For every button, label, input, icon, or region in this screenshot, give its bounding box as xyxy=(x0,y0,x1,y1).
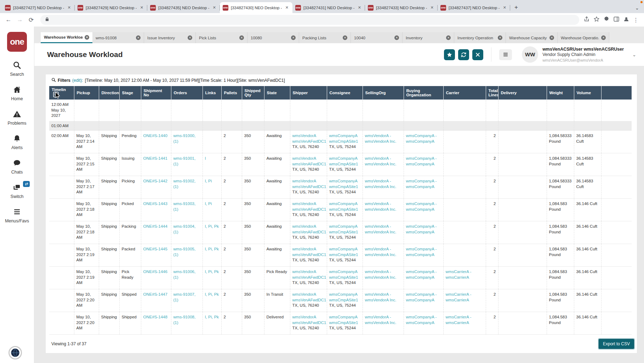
app-tab-close-icon[interactable]: ✕ xyxy=(343,35,347,40)
cell-link[interactable]: wmsCompanyA xyxy=(329,133,360,139)
sidebar-item-problems[interactable]: Problems xyxy=(8,110,27,126)
calendar-icon[interactable] xyxy=(53,92,59,98)
sidebar-item-alerts[interactable]: Alerts xyxy=(11,134,23,150)
cell-link[interactable]: wmsCompanyA - wmsCompanyA xyxy=(406,224,437,234)
cell-link[interactable]: wmsCompanyA - wmsCompanyA xyxy=(406,179,437,189)
cell-link[interactable]: I, Pi, Pk xyxy=(205,270,219,274)
refresh-button[interactable]: ⟳ xyxy=(26,15,36,25)
user-menu[interactable]: WW wmsVenACSRUser wmsVenACSRUser Vendor … xyxy=(522,46,624,63)
cell-link[interactable]: ONE#S-1448 xyxy=(143,315,167,319)
cell-link[interactable]: wmsCarrierA - wmsCarrierA xyxy=(446,292,472,302)
cell-link[interactable]: wmsCompanyA - wmsCompanyA xyxy=(406,156,437,166)
column-header-carrier[interactable]: Carrier xyxy=(443,86,486,100)
column-header-weight[interactable]: Weight xyxy=(547,86,574,100)
cell-link[interactable]: wmsCmpASite1 xyxy=(329,275,360,280)
cell-link[interactable]: wmsVenAFwdDC1 xyxy=(292,139,325,144)
cell-link[interactable]: wmsCompanyA xyxy=(329,269,360,275)
cell-link[interactable]: wmsVendorA - wmsVendorA Inc. xyxy=(365,202,397,211)
cell-link[interactable]: I xyxy=(205,156,206,160)
header-menu-button[interactable] xyxy=(499,49,512,60)
sidebar-item-home[interactable]: Home xyxy=(11,85,23,101)
cell-link[interactable]: wmsVenAFwdDC1 xyxy=(292,161,325,167)
tab-close-icon[interactable]: ✕ xyxy=(357,5,362,10)
app-tab[interactable]: Warehouse Capacity ...✕ xyxy=(506,32,558,43)
cell-link[interactable]: wmsVendorA xyxy=(292,292,325,297)
new-tab-button[interactable]: + xyxy=(512,3,521,12)
cell-link[interactable]: wmsCompanyA xyxy=(329,314,360,320)
extensions-icon[interactable] xyxy=(603,16,610,24)
app-tab-close-icon[interactable]: ✕ xyxy=(85,35,89,40)
cell-link[interactable]: wmsVendorA - wmsVendorA Inc. xyxy=(365,292,397,302)
column-header-stage[interactable]: Stage xyxy=(119,86,141,100)
sidebar-item-search[interactable]: Search xyxy=(10,61,24,77)
forward-button[interactable]: → xyxy=(15,15,25,25)
cell-link[interactable]: wmsCompanyA - wmsCompanyA xyxy=(406,270,437,279)
bookmark-star-icon[interactable] xyxy=(593,16,600,24)
column-header-total_lines[interactable]: Total Lines xyxy=(486,86,498,100)
column-header-time[interactable]: Timelin xyxy=(49,86,74,100)
profile-icon[interactable] xyxy=(623,16,629,24)
app-tab-close-icon[interactable]: ✕ xyxy=(188,35,192,40)
browser-tab[interactable]: one[334827435] NEO Desktop - C✕ xyxy=(147,2,220,13)
cell-link[interactable]: wmsVendorA xyxy=(292,156,325,161)
column-header-volume[interactable]: Volume xyxy=(574,86,601,100)
column-header-pallets[interactable]: Pallets xyxy=(221,86,242,100)
tab-close-icon[interactable]: ✕ xyxy=(67,5,72,10)
cell-link[interactable]: wms-91003, (1) xyxy=(173,202,196,211)
cell-link[interactable]: I, Pi, Pk xyxy=(205,224,219,228)
cell-link[interactable]: ONE#S-1442 xyxy=(143,179,167,183)
column-header-shipment_no[interactable]: Shipment No xyxy=(141,86,171,100)
browser-tab[interactable]: one[334827437] NEO Desktop - V✕ xyxy=(438,2,510,13)
cell-link[interactable]: wms-91000, (1) xyxy=(173,134,196,143)
app-tab[interactable]: Inventory✕ xyxy=(403,32,454,43)
app-tab-close-icon[interactable]: ✕ xyxy=(136,35,141,40)
app-tab[interactable]: Packing Lists✕ xyxy=(299,32,351,43)
cell-link[interactable]: wmsVendorA xyxy=(292,224,325,229)
column-header-pickup[interactable]: Pickup xyxy=(74,86,99,100)
cell-link[interactable]: wmsCmpASite1 xyxy=(329,184,360,190)
cell-link[interactable]: wmsCompanyA - wmsCompanyA xyxy=(406,292,437,302)
cell-link[interactable]: wmsVenAFwdDC1 xyxy=(292,207,325,212)
column-header-shipped_qty[interactable]: Shipped Qty xyxy=(242,86,264,100)
app-tab[interactable]: Inventory Operation✕ xyxy=(454,32,506,43)
cell-link[interactable]: I, Pi, Pk xyxy=(205,247,219,251)
cell-link[interactable]: ONE#S-1447 xyxy=(143,292,167,296)
browser-menu-icon[interactable]: ⋮ xyxy=(633,17,639,23)
cell-link[interactable]: wmsVenAFwdDC1 xyxy=(292,275,325,280)
column-header-links[interactable]: Links xyxy=(203,86,221,100)
sidebar-item-switch[interactable]: Switch⇄ xyxy=(11,183,24,199)
browser-tab[interactable]: one[334827427] NEO Desktop - W✕ xyxy=(2,2,75,13)
assistant-globe-button[interactable] xyxy=(8,346,22,359)
close-screen-button[interactable] xyxy=(472,49,483,60)
share-icon[interactable] xyxy=(583,16,590,24)
cell-link[interactable]: wmsCmpASite1 xyxy=(329,252,360,258)
cell-link[interactable]: I, Pi, Pk xyxy=(205,315,219,319)
cell-link[interactable]: wms-91005, (1) xyxy=(173,247,196,257)
cell-link[interactable]: wmsCompanyA xyxy=(329,224,360,229)
cell-link[interactable]: wmsCompanyA - wmsCompanyA xyxy=(406,315,437,325)
browser-tab[interactable]: one[334827430] NEO Desktop - V✕ xyxy=(220,2,292,13)
cell-link[interactable]: wmsVenAFwdDC1 xyxy=(292,252,325,258)
cell-link[interactable]: wmsVendorA xyxy=(292,269,325,275)
cell-link[interactable]: wms-91002, (1) xyxy=(173,179,196,189)
cell-link[interactable]: wmsCmpASite1 xyxy=(329,229,360,235)
cell-link[interactable]: ONE#S-1441 xyxy=(143,156,167,160)
cell-link[interactable]: wmsVendorA - wmsVendorA Inc. xyxy=(365,270,397,279)
cell-link[interactable]: wmsVendorA xyxy=(292,314,325,320)
column-header-state[interactable]: State xyxy=(264,86,290,100)
refresh-screen-button[interactable] xyxy=(458,49,469,60)
app-tab-close-icon[interactable]: ✕ xyxy=(498,35,502,40)
cell-link[interactable]: wms-91007, (1) xyxy=(173,292,196,302)
app-tab-close-icon[interactable]: ✕ xyxy=(549,35,554,40)
one-logo[interactable]: one xyxy=(7,32,27,52)
app-tab[interactable]: 10040✕ xyxy=(351,32,403,43)
cell-link[interactable]: wmsCmpASite1 xyxy=(329,139,360,144)
app-tab[interactable]: Warehouse Operatio...✕ xyxy=(558,32,609,43)
app-tab[interactable]: Pick Lists✕ xyxy=(196,32,247,43)
cell-link[interactable]: wmsVenAFwdDC1 xyxy=(292,297,325,303)
cell-link[interactable]: ONE#S-1445 xyxy=(143,247,167,251)
cell-link[interactable]: wmsCompanyA xyxy=(329,178,360,184)
cell-link[interactable]: ONE#S-1446 xyxy=(143,270,167,274)
app-tab-close-icon[interactable]: ✕ xyxy=(291,35,296,40)
app-tab[interactable]: Warehouse Workload✕ xyxy=(41,32,92,43)
